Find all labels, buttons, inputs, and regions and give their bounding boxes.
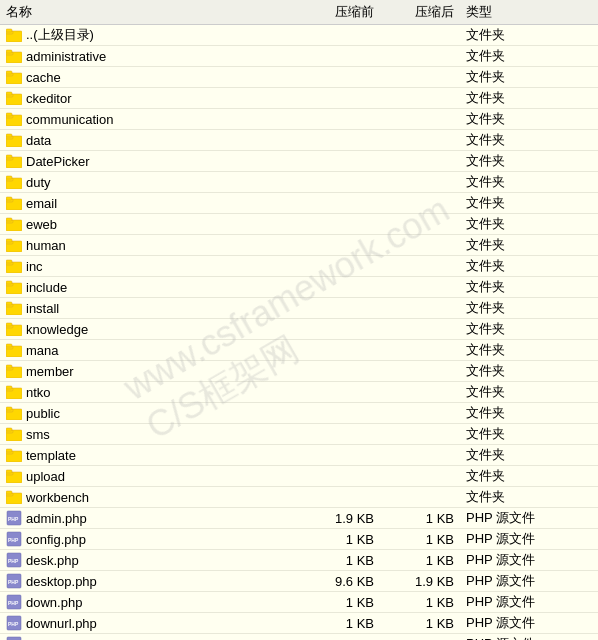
header-type: 类型 xyxy=(462,3,562,21)
table-row[interactable]: PHP down.php 1 KB 1 KB PHP 源文件 xyxy=(0,592,598,613)
svg-rect-50 xyxy=(6,365,12,368)
file-type-label: 文件夹 xyxy=(462,194,562,212)
header-after: 压缩后 xyxy=(382,3,462,21)
table-row[interactable]: inc 文件夹 xyxy=(0,256,598,277)
folder-icon xyxy=(6,490,22,504)
table-row[interactable]: administrative 文件夹 xyxy=(0,46,598,67)
file-type-label: PHP 源文件 xyxy=(462,572,562,590)
folder-icon xyxy=(6,448,22,462)
table-row[interactable]: knowledge 文件夹 xyxy=(0,319,598,340)
table-row[interactable]: human 文件夹 xyxy=(0,235,598,256)
file-type-label: 文件夹 xyxy=(462,299,562,317)
svg-rect-65 xyxy=(6,470,12,473)
php-filename: desktop.php xyxy=(26,574,97,589)
table-row[interactable]: eweb 文件夹 xyxy=(0,214,598,235)
table-row[interactable]: duty 文件夹 xyxy=(0,172,598,193)
folder-icon xyxy=(6,70,22,84)
table-row[interactable]: PHP desk.php 1 KB 1 KB PHP 源文件 xyxy=(0,550,598,571)
table-row[interactable]: public 文件夹 xyxy=(0,403,598,424)
svg-rect-56 xyxy=(6,407,12,410)
svg-rect-20 xyxy=(6,155,12,158)
svg-rect-62 xyxy=(6,449,12,452)
folder-name: human xyxy=(26,238,66,253)
table-row[interactable]: cache 文件夹 xyxy=(0,67,598,88)
folder-name: upload xyxy=(26,469,65,484)
file-name-cell: inc xyxy=(2,259,302,274)
file-after-size: 1 KB xyxy=(382,616,462,631)
table-row[interactable]: email 文件夹 xyxy=(0,193,598,214)
file-type-label: PHP 源文件 xyxy=(462,530,562,548)
table-row[interactable]: upload 文件夹 xyxy=(0,466,598,487)
table-row[interactable]: member 文件夹 xyxy=(0,361,598,382)
svg-rect-26 xyxy=(6,197,12,200)
folder-name: public xyxy=(26,406,60,421)
table-row[interactable]: communication 文件夹 xyxy=(0,109,598,130)
file-type-label: 文件夹 xyxy=(462,26,562,44)
file-name-cell: PHP downurl.php xyxy=(2,615,302,631)
svg-rect-14 xyxy=(6,113,12,116)
folder-name: member xyxy=(26,364,74,379)
svg-rect-23 xyxy=(6,176,12,179)
file-type-label: 文件夹 xyxy=(462,278,562,296)
table-row[interactable]: template 文件夹 xyxy=(0,445,598,466)
php-icon: PHP xyxy=(6,552,22,568)
file-type-label: PHP 源文件 xyxy=(462,551,562,569)
folder-name: administrative xyxy=(26,49,106,64)
svg-rect-35 xyxy=(6,260,12,263)
file-type-label: 文件夹 xyxy=(462,362,562,380)
file-before-size: 9.6 KB xyxy=(302,574,382,589)
file-type-label: 文件夹 xyxy=(462,257,562,275)
folder-name: ckeditor xyxy=(26,91,72,106)
table-row[interactable]: ckeditor 文件夹 xyxy=(0,88,598,109)
files-container: PHP admin.php 1.9 KB 1 KB PHP 源文件 PHP co… xyxy=(0,508,598,640)
file-name-cell: ntko xyxy=(2,385,302,400)
file-name-cell: cache xyxy=(2,70,302,85)
table-row[interactable]: PHP config.php 1 KB 1 KB PHP 源文件 xyxy=(0,529,598,550)
folder-name: DatePicker xyxy=(26,154,90,169)
file-type-label: 文件夹 xyxy=(462,467,562,485)
file-name-cell: install xyxy=(2,301,302,316)
table-row[interactable]: PHP admin.php 1.9 KB 1 KB PHP 源文件 xyxy=(0,508,598,529)
table-row[interactable]: workbench 文件夹 xyxy=(0,487,598,508)
file-type-label: 文件夹 xyxy=(462,341,562,359)
file-type-label: 文件夹 xyxy=(462,320,562,338)
folder-icon xyxy=(6,280,22,294)
php-filename: downurl.php xyxy=(26,616,97,631)
folder-icon xyxy=(6,364,22,378)
file-type-label: 文件夹 xyxy=(462,47,562,65)
svg-text:PHP: PHP xyxy=(8,516,19,522)
table-row[interactable]: data 文件夹 xyxy=(0,130,598,151)
svg-rect-59 xyxy=(6,428,12,431)
file-name-cell: administrative xyxy=(2,49,302,64)
table-row[interactable]: install 文件夹 xyxy=(0,298,598,319)
table-row[interactable]: PHP desktop.php 9.6 KB 1.9 KB PHP 源文件 xyxy=(0,571,598,592)
folder-icon xyxy=(6,196,22,210)
file-after-size: 1 KB xyxy=(382,532,462,547)
table-row[interactable]: ntko 文件夹 xyxy=(0,382,598,403)
svg-text:PHP: PHP xyxy=(8,600,19,606)
table-row[interactable]: include 文件夹 xyxy=(0,277,598,298)
table-row[interactable]: PHP home.php 2.3 KB 1 KB PHP 源文件 xyxy=(0,634,598,640)
table-row[interactable]: PHP downurl.php 1 KB 1 KB PHP 源文件 xyxy=(0,613,598,634)
file-name-cell: PHP desk.php xyxy=(2,552,302,568)
file-name-cell: PHP config.php xyxy=(2,531,302,547)
file-type-label: 文件夹 xyxy=(462,152,562,170)
table-row[interactable]: DatePicker 文件夹 xyxy=(0,151,598,172)
svg-text:PHP: PHP xyxy=(8,579,19,585)
folder-name: cache xyxy=(26,70,61,85)
svg-rect-68 xyxy=(6,491,12,494)
table-row[interactable]: ..(上级目录) 文件夹 xyxy=(0,25,598,46)
table-row[interactable]: mana 文件夹 xyxy=(0,340,598,361)
header-name: 名称 xyxy=(2,3,302,21)
folder-icon xyxy=(6,301,22,315)
file-name-cell: mana xyxy=(2,343,302,358)
file-name-cell: PHP home.php xyxy=(2,636,302,640)
svg-rect-11 xyxy=(6,92,12,95)
file-before-size: 2.3 KB xyxy=(302,637,382,641)
file-type-label: PHP 源文件 xyxy=(462,614,562,632)
folder-icon xyxy=(6,175,22,189)
folder-name: template xyxy=(26,448,76,463)
table-row[interactable]: sms 文件夹 xyxy=(0,424,598,445)
svg-rect-44 xyxy=(6,323,12,326)
php-icon: PHP xyxy=(6,636,22,640)
